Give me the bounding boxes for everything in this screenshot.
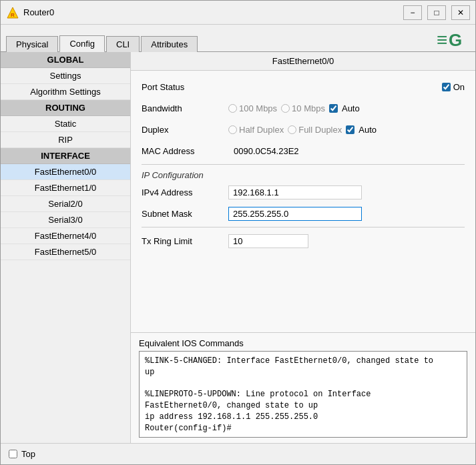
bandwidth-value: 100 Mbps 10 Mbps Auto [228, 103, 465, 113]
mac-address-value: 0090.0C54.23E2 [228, 146, 465, 156]
bandwidth-label: Bandwidth [142, 103, 228, 113]
tab-config[interactable]: Config [59, 35, 105, 52]
bandwidth-100-option: 100 Mbps [228, 103, 277, 113]
subnet-value [228, 207, 465, 221]
top-checkbox[interactable] [9, 450, 17, 458]
app-icon: R [6, 6, 19, 19]
ipv4-label: IPv4 Address [142, 187, 228, 197]
bottom-bar: Top [1, 443, 475, 464]
window-title: Router0 [23, 7, 403, 17]
bandwidth-100-label: 100 Mbps [239, 103, 277, 113]
tab-bar: Physical Config CLI Attributes ≡ G [1, 25, 475, 52]
bandwidth-10-radio[interactable] [281, 104, 290, 113]
sidebar-routing-header: ROUTING [1, 100, 130, 116]
tx-ring-value [228, 234, 465, 248]
svg-text:R: R [11, 12, 15, 18]
sidebar: GLOBAL Settings Algorithm Settings ROUTI… [1, 52, 131, 443]
close-button[interactable]: ✕ [451, 5, 470, 20]
duplex-full-option: Full Duplex [288, 125, 342, 135]
tab-attributes[interactable]: Attributes [141, 36, 198, 52]
svg-text:G: G [449, 30, 462, 50]
subnet-row: Subnet Mask [142, 205, 465, 221]
duplex-radio-group: Half Duplex Full Duplex Auto [228, 125, 465, 135]
ios-label: Equivalent IOS Commands [139, 338, 467, 348]
ip-config-section: IP Configuration IPv4 Address Subnet Mas… [142, 170, 465, 221]
port-status-value: On [228, 82, 465, 92]
sidebar-item-settings[interactable]: Settings [1, 68, 130, 84]
main-content: GLOBAL Settings Algorithm Settings ROUTI… [1, 52, 475, 443]
tab-physical[interactable]: Physical [6, 36, 58, 52]
minimize-button[interactable]: − [403, 5, 422, 20]
window-controls: − □ ✕ [403, 5, 470, 20]
sidebar-item-algorithm-settings[interactable]: Algorithm Settings [1, 84, 130, 100]
port-status-row: Port Status On [142, 79, 465, 95]
bandwidth-10-option: 10 Mbps [281, 103, 325, 113]
sidebar-item-fastethernet5-0[interactable]: FastEthernet5/0 [1, 244, 130, 260]
maximize-button[interactable]: □ [427, 5, 446, 20]
form-divider-2 [142, 227, 465, 227]
bandwidth-auto-checkbox[interactable] [329, 104, 338, 113]
duplex-auto-label: Auto [359, 125, 377, 135]
top-label: Top [21, 449, 35, 459]
main-window: R Router0 − □ ✕ Physical Config CLI Attr… [0, 0, 476, 465]
ipv4-value [228, 185, 465, 199]
form-divider [142, 164, 465, 165]
title-bar: R Router0 − □ ✕ [1, 1, 475, 25]
sidebar-item-static[interactable]: Static [1, 116, 130, 132]
sidebar-global-header: GLOBAL [1, 52, 130, 68]
duplex-auto-checkbox[interactable] [346, 125, 354, 134]
port-status-checkbox-group: On [228, 82, 465, 92]
sidebar-item-serial2-0[interactable]: Serial2/0 [1, 196, 130, 212]
bandwidth-auto-label: Auto [342, 103, 360, 113]
sidebar-item-serial3-0[interactable]: Serial3/0 [1, 212, 130, 228]
tab-cli[interactable]: CLI [106, 36, 140, 52]
tx-ring-input[interactable] [228, 234, 308, 248]
duplex-full-radio[interactable] [288, 125, 296, 134]
sidebar-item-fastethernet0-0[interactable]: FastEthernet0/0 [1, 164, 130, 180]
ios-section: Equivalent IOS Commands %LINK-5-CHANGED:… [131, 332, 475, 443]
duplex-half-label: Half Duplex [239, 125, 284, 135]
mac-address-row: MAC Address 0090.0C54.23E2 [142, 143, 465, 159]
duplex-half-radio[interactable] [228, 125, 237, 134]
sidebar-item-fastethernet4-0[interactable]: FastEthernet4/0 [1, 228, 130, 244]
bandwidth-10-label: 10 Mbps [292, 103, 325, 113]
sidebar-interface-header: INTERFACE [1, 148, 130, 164]
duplex-full-label: Full Duplex [298, 125, 342, 135]
bandwidth-row: Bandwidth 100 Mbps 10 Mbps [142, 100, 465, 116]
duplex-value: Half Duplex Full Duplex Auto [228, 125, 465, 135]
duplex-row: Duplex Half Duplex Full Duplex [142, 121, 465, 137]
ipv4-input[interactable] [228, 185, 362, 199]
bandwidth-100-radio[interactable] [228, 104, 237, 113]
svg-text:≡: ≡ [437, 29, 447, 50]
bandwidth-radio-group: 100 Mbps 10 Mbps Auto [228, 103, 465, 113]
sidebar-item-rip[interactable]: RIP [1, 132, 130, 148]
ip-config-header: IP Configuration [142, 170, 465, 180]
top-checkbox-group: Top [9, 449, 35, 459]
tx-ring-label: Tx Ring Limit [142, 236, 228, 246]
duplex-half-option: Half Duplex [228, 125, 284, 135]
panel-header: FastEthernet0/0 [131, 52, 475, 71]
ios-terminal[interactable]: %LINK-5-CHANGED: Interface FastEthernet0… [139, 351, 467, 438]
right-panel: FastEthernet0/0 Port Status On Ban [131, 52, 475, 443]
port-status-label: Port Status [142, 82, 228, 92]
sidebar-item-fastethernet1-0[interactable]: FastEthernet1/0 [1, 180, 130, 196]
mac-address-label: MAC Address [142, 146, 228, 156]
tx-ring-row: Tx Ring Limit [142, 233, 465, 249]
form-area: Port Status On Bandwidth [131, 71, 475, 332]
port-status-on-label: On [453, 82, 465, 92]
subnet-label: Subnet Mask [142, 209, 228, 219]
mac-address-text: 0090.0C54.23E2 [234, 146, 299, 156]
sidebar-scroll[interactable]: GLOBAL Settings Algorithm Settings ROUTI… [1, 52, 130, 443]
geeks-logo: ≡ G [435, 27, 470, 51]
duplex-label: Duplex [142, 125, 228, 135]
ipv4-row: IPv4 Address [142, 184, 465, 200]
subnet-input[interactable] [228, 207, 362, 221]
port-status-checkbox[interactable] [442, 83, 451, 91]
